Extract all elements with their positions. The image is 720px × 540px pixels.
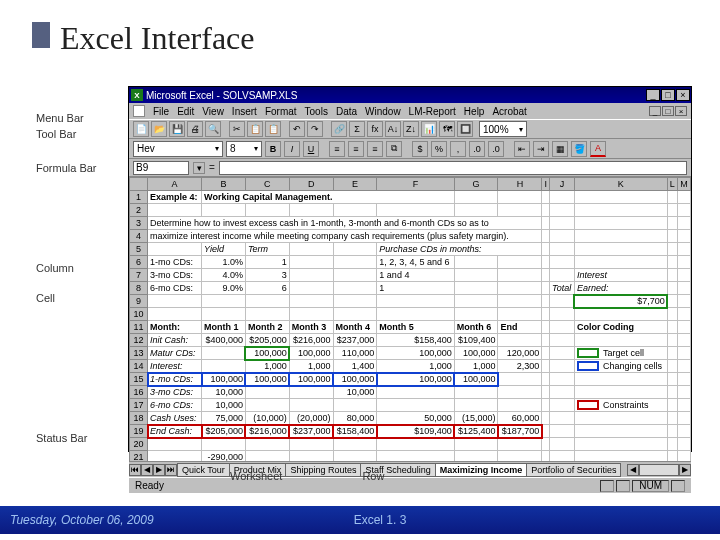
hyperlink-icon[interactable]: 🔗 xyxy=(331,121,347,137)
cell[interactable] xyxy=(574,373,667,386)
cell[interactable] xyxy=(667,217,677,230)
cell[interactable] xyxy=(550,204,575,217)
cell[interactable]: Interest: xyxy=(148,360,202,373)
cell[interactable]: Working Capital Management. xyxy=(202,191,455,204)
cell[interactable] xyxy=(574,412,667,425)
cell[interactable]: 1,000 xyxy=(377,360,454,373)
row-header[interactable]: 1 xyxy=(130,191,148,204)
cell[interactable] xyxy=(574,256,667,269)
cell[interactable] xyxy=(678,282,691,295)
cell[interactable] xyxy=(542,360,550,373)
cell[interactable]: Yield xyxy=(202,243,246,256)
cell[interactable]: 1 xyxy=(377,282,454,295)
cell[interactable]: Month: xyxy=(148,321,202,334)
cell[interactable] xyxy=(333,282,377,295)
cell[interactable]: (10,000) xyxy=(245,412,289,425)
cell[interactable] xyxy=(202,295,246,308)
cell[interactable] xyxy=(550,230,575,243)
cell[interactable] xyxy=(667,321,677,334)
row-header[interactable]: 10 xyxy=(130,308,148,321)
cell[interactable] xyxy=(377,438,454,451)
cell[interactable]: 6-mo CDs: xyxy=(148,399,202,412)
cell[interactable] xyxy=(667,191,677,204)
cell[interactable]: 50,000 xyxy=(377,412,454,425)
cell[interactable] xyxy=(574,191,667,204)
cell[interactable] xyxy=(498,308,542,321)
row-header[interactable]: 20 xyxy=(130,438,148,451)
cell[interactable] xyxy=(454,282,498,295)
cell[interactable]: $205,000 xyxy=(245,334,289,347)
cell[interactable]: Changing cells xyxy=(574,360,667,373)
cell[interactable] xyxy=(542,308,550,321)
map-icon[interactable]: 🗺 xyxy=(439,121,455,137)
cell[interactable]: 1.0% xyxy=(202,256,246,269)
cell[interactable] xyxy=(333,269,377,282)
cell[interactable] xyxy=(550,386,575,399)
cell[interactable] xyxy=(542,230,550,243)
cell[interactable] xyxy=(289,204,333,217)
spreadsheet-grid[interactable]: ABCDEFGHIJKLM1Example 4:Working Capital … xyxy=(129,177,691,461)
row-header[interactable]: 21 xyxy=(130,451,148,462)
row-header[interactable]: 4 xyxy=(130,230,148,243)
align-left-icon[interactable]: ≡ xyxy=(329,141,345,157)
underline-button[interactable]: U xyxy=(303,141,319,157)
cell[interactable] xyxy=(667,451,677,462)
row-header[interactable]: 13 xyxy=(130,347,148,360)
dec-indent-icon[interactable]: ⇤ xyxy=(514,141,530,157)
cell[interactable] xyxy=(667,334,677,347)
col-header[interactable]: M xyxy=(678,178,691,191)
align-right-icon[interactable]: ≡ xyxy=(367,141,383,157)
cell[interactable] xyxy=(245,451,289,462)
col-header[interactable]: K xyxy=(574,178,667,191)
cell[interactable] xyxy=(542,321,550,334)
chart-icon[interactable]: 📊 xyxy=(421,121,437,137)
row-header[interactable]: 11 xyxy=(130,321,148,334)
col-header[interactable]: J xyxy=(550,178,575,191)
cell[interactable] xyxy=(333,243,377,256)
cell[interactable]: 1,000 xyxy=(245,360,289,373)
cell[interactable]: 1,400 xyxy=(333,360,377,373)
cell[interactable] xyxy=(202,347,246,360)
cell[interactable] xyxy=(333,438,377,451)
cell[interactable]: $7,700 xyxy=(574,295,667,308)
cell[interactable]: 100,000 xyxy=(333,373,377,386)
cell[interactable]: 100,000 xyxy=(454,347,498,360)
cell[interactable]: 1, 2, 3, 4, 5 and 6 xyxy=(377,256,454,269)
cell[interactable] xyxy=(333,308,377,321)
hscroll-right-icon[interactable]: ▶ xyxy=(679,464,691,476)
comma-icon[interactable]: , xyxy=(450,141,466,157)
cell[interactable]: 3-mo CDs: xyxy=(148,269,202,282)
cell[interactable]: 6-mo CDs: xyxy=(148,282,202,295)
cell[interactable]: Term xyxy=(245,243,289,256)
cell[interactable] xyxy=(333,204,377,217)
sheet-tab[interactable]: Maximizing Income xyxy=(435,463,528,477)
row-header[interactable]: 3 xyxy=(130,217,148,230)
cell[interactable] xyxy=(550,360,575,373)
col-header[interactable]: E xyxy=(333,178,377,191)
cell[interactable]: 100,000 xyxy=(202,373,246,386)
cell[interactable]: Target cell xyxy=(574,347,667,360)
cell[interactable]: $109,400 xyxy=(377,425,454,438)
cell[interactable] xyxy=(333,399,377,412)
cell[interactable] xyxy=(550,321,575,334)
cell[interactable] xyxy=(245,399,289,412)
cell[interactable]: 110,000 xyxy=(333,347,377,360)
cell[interactable] xyxy=(678,191,691,204)
minimize-button[interactable]: _ xyxy=(646,89,660,101)
col-header[interactable]: I xyxy=(542,178,550,191)
cell[interactable] xyxy=(498,438,542,451)
cell[interactable] xyxy=(678,334,691,347)
cell[interactable]: 3 xyxy=(245,269,289,282)
cell[interactable]: $109,400 xyxy=(454,334,498,347)
cell[interactable]: $158,400 xyxy=(333,425,377,438)
cell[interactable]: $400,000 xyxy=(202,334,246,347)
cell[interactable] xyxy=(542,386,550,399)
cell[interactable] xyxy=(550,425,575,438)
menu-edit[interactable]: Edit xyxy=(177,106,194,117)
font-color-icon[interactable]: A xyxy=(590,141,606,157)
menu-help[interactable]: Help xyxy=(464,106,485,117)
zoom-combo[interactable]: 100%▾ xyxy=(479,121,527,137)
cell[interactable] xyxy=(245,204,289,217)
bold-button[interactable]: B xyxy=(265,141,281,157)
cell[interactable] xyxy=(550,399,575,412)
